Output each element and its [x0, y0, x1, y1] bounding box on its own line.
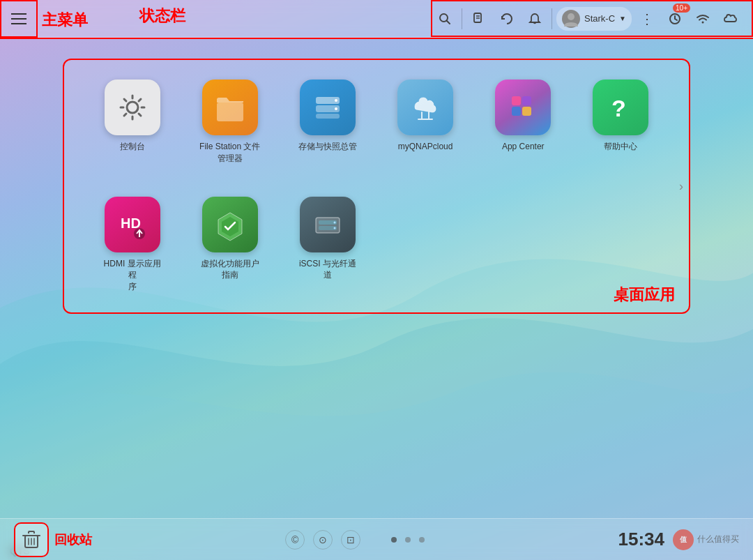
app-item-help[interactable]: ? 帮助中心 — [574, 74, 668, 170]
app-label-control: 控制台 — [120, 141, 145, 153]
app-label-filestation: File Station 文件 管理器 — [199, 141, 260, 165]
more-button[interactable]: ⋮ — [634, 6, 660, 31]
app-label-appcenter: App Center — [502, 141, 545, 153]
app-icon-virtualization — [202, 197, 258, 252]
taskbar-bottom: 回收站 © ⊙ ⊡ 15:34 值 什么值得买 — [0, 518, 753, 560]
svg-rect-14 — [316, 114, 340, 119]
dock-icon-grid[interactable]: ⊡ — [341, 530, 360, 550]
app-icon-filestation — [202, 80, 258, 135]
dock-dot-2[interactable] — [405, 537, 411, 543]
svg-rect-18 — [522, 96, 531, 105]
desktop-area: 控制台 File Station 文件 管理器 — [0, 38, 753, 518]
refresh-button[interactable] — [494, 6, 519, 31]
app-item-filestation[interactable]: File Station 文件 管理器 — [183, 74, 277, 170]
user-dropdown-icon: ▼ — [619, 15, 626, 22]
app-grid-container: 控制台 File Station 文件 管理器 — [63, 59, 690, 314]
app-icon-appcenter — [495, 80, 551, 135]
svg-rect-17 — [512, 96, 521, 105]
app-label-help: 帮助中心 — [604, 141, 637, 153]
app-item-storage[interactable]: 存储与快照总管 — [280, 74, 374, 170]
bell-button[interactable] — [522, 6, 547, 31]
app-label-storage: 存储与快照总管 — [298, 141, 357, 153]
dock-icon-search[interactable]: ⊙ — [313, 530, 333, 550]
username: Stark-C — [584, 13, 615, 24]
svg-point-10 — [127, 102, 138, 113]
taskbar-top: 主菜单 — [0, 0, 753, 38]
desktop-apps-annotation: 桌面应用 — [614, 285, 675, 305]
wifi-button[interactable] — [690, 6, 715, 31]
svg-text:?: ? — [611, 95, 626, 121]
user-avatar — [562, 10, 580, 28]
app-label-myqnap: myQNAPcloud — [398, 141, 453, 153]
trash-button[interactable] — [14, 522, 49, 557]
cloud-button[interactable] — [718, 6, 743, 31]
app-item-control[interactable]: 控制台 — [85, 74, 179, 170]
watermark-text: 什么值得买 — [697, 533, 739, 545]
scroll-hint: › — [679, 179, 683, 193]
svg-line-1 — [447, 20, 450, 24]
divider-2 — [552, 8, 552, 29]
dock-center: © ⊙ ⊡ — [285, 530, 425, 550]
notification-badge-container[interactable]: 10+ — [662, 6, 687, 31]
app-item-myqnap[interactable]: myQNAPcloud — [379, 74, 473, 170]
menu-annotation: 主菜单 — [42, 10, 88, 31]
app-icon-myqnap — [397, 80, 453, 135]
app-icon-hdmi: HD — [105, 197, 160, 252]
app-item-hdmi[interactable]: HD HDMI 显示应用程 序 — [85, 191, 179, 298]
svg-point-16 — [335, 107, 337, 110]
svg-point-15 — [335, 99, 337, 102]
svg-rect-11 — [217, 103, 243, 121]
file-icon-button[interactable] — [466, 6, 492, 31]
app-icon-control — [105, 80, 160, 135]
svg-rect-20 — [522, 107, 531, 116]
app-label-iscsi: iSCSI 与光纤通道 — [296, 258, 359, 282]
status-bar: Stark-C ▼ ⋮ 10+ — [431, 0, 753, 37]
trash-area: 回收站 — [14, 522, 92, 557]
svg-rect-27 — [316, 218, 340, 233]
app-icon-help: ? — [593, 80, 648, 135]
dock-dot-3[interactable] — [419, 537, 425, 543]
notification-count: 10+ — [673, 3, 690, 13]
clock-time: 15:34 — [618, 529, 665, 550]
app-label-hdmi: HDMI 显示应用程 序 — [101, 258, 164, 293]
dock-dot-1[interactable] — [391, 537, 397, 543]
time-display: 15:34 — [618, 529, 665, 550]
watermark: 值 什么值得买 — [673, 529, 739, 550]
svg-point-31 — [333, 227, 335, 229]
svg-line-8 — [675, 19, 677, 20]
app-item-virtualization[interactable]: 虚拟化功能用户 指南 — [183, 191, 277, 298]
app-grid: 控制台 File Station 文件 管理器 — [85, 74, 668, 298]
svg-rect-19 — [512, 107, 521, 116]
app-icon-iscsi — [300, 197, 356, 252]
svg-point-30 — [333, 221, 335, 223]
app-icon-storage — [300, 80, 356, 135]
dock-icon-copyright[interactable]: © — [285, 530, 305, 550]
user-badge[interactable]: Stark-C ▼ — [556, 7, 632, 31]
trash-label: 回收站 — [54, 531, 92, 548]
svg-point-9 — [702, 21, 704, 23]
hamburger-icon — [11, 13, 26, 24]
app-label-virtualization: 虚拟化功能用户 指南 — [201, 258, 259, 282]
svg-point-5 — [568, 13, 575, 20]
divider-1 — [462, 8, 462, 29]
menu-button[interactable] — [0, 0, 38, 38]
app-item-iscsi[interactable]: iSCSI 与光纤通道 — [280, 191, 374, 298]
app-item-appcenter[interactable]: App Center — [476, 74, 570, 170]
watermark-logo: 值 — [673, 529, 694, 550]
search-button[interactable] — [432, 6, 457, 31]
